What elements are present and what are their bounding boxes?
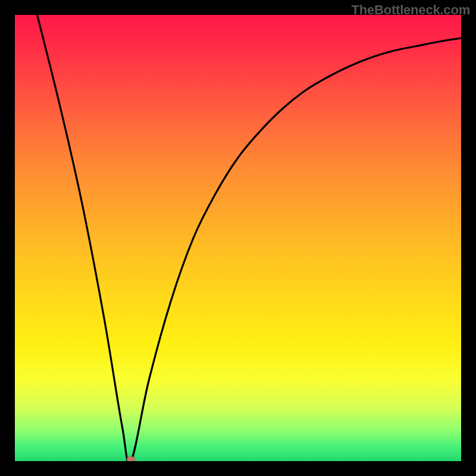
- bottleneck-curve: [15, 15, 461, 461]
- chart-frame: TheBottleneck.com: [0, 0, 476, 476]
- attribution-text: TheBottleneck.com: [351, 2, 470, 18]
- plot-area: [15, 15, 461, 461]
- minimum-marker: [127, 456, 135, 461]
